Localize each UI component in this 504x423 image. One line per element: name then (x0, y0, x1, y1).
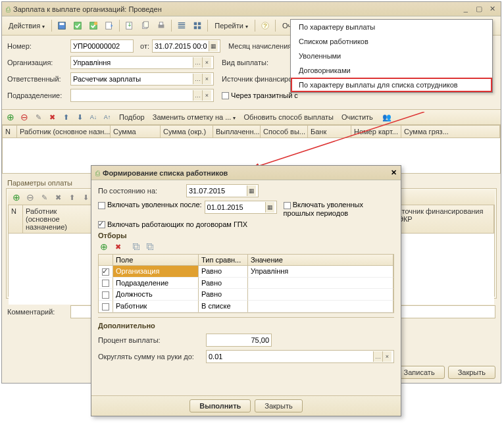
col-employee[interactable]: Работник (основное назначение) (23, 205, 95, 233)
col-gross[interactable]: Сумма гряз... (401, 126, 500, 137)
select-icon[interactable]: … (193, 57, 202, 68)
col-card[interactable]: Номер карт... (351, 126, 401, 137)
close-button[interactable]: Закрыть (255, 399, 302, 412)
filter-grid[interactable]: Поле Тип сравн... Значение Организация Р… (98, 254, 394, 312)
calendar-icon[interactable]: ▦ (265, 202, 274, 212)
remove-icon[interactable]: ✖ (112, 241, 124, 253)
print-icon[interactable] (154, 18, 168, 33)
actions-menu[interactable]: Действия ▾ (5, 20, 49, 31)
subdiv-input[interactable]: …× (70, 89, 214, 102)
copy2-icon[interactable]: ⿻ (144, 241, 156, 253)
number-input[interactable]: УПР00000002 (70, 39, 134, 53)
goto-menu[interactable]: Перейти ▾ (211, 20, 252, 31)
post-icon[interactable] (70, 18, 85, 33)
col-value[interactable]: Значение (248, 255, 393, 266)
menu-by-list[interactable]: Списком работников (291, 34, 492, 49)
pin-icon[interactable]: ⎙ (6, 5, 11, 13)
include-fired-check[interactable]: Включать уволенных после: (98, 201, 202, 209)
menu-fired[interactable]: Уволенными (291, 49, 492, 63)
round-input[interactable]: 0.01…× (206, 350, 394, 363)
grid-icon[interactable] (190, 18, 205, 33)
transit-check[interactable]: Через транзитный с (222, 91, 298, 100)
update-link[interactable]: Обновить способ выплаты (243, 113, 333, 121)
from-icon[interactable] (122, 18, 137, 33)
asof-input[interactable]: 31.07.2015▦ (186, 184, 259, 197)
del-icon[interactable]: ⊖ (18, 111, 30, 123)
edit-icon[interactable]: ✎ (32, 111, 44, 123)
save-button[interactable]: Записать (394, 366, 445, 379)
del-icon[interactable]: ⊖ (24, 191, 36, 203)
add-icon[interactable]: ⊕ (11, 191, 22, 203)
col-sum[interactable]: Сумма (111, 126, 161, 137)
svg-rect-2 (74, 22, 82, 30)
pin-icon[interactable]: ⎙ (95, 169, 100, 177)
clear-icon[interactable]: × (202, 90, 211, 101)
clear-icon[interactable]: × (202, 74, 211, 84)
close-button[interactable]: Закрыть (448, 366, 495, 379)
col-paid[interactable]: Выплаченн... (213, 126, 261, 137)
menu-contractors[interactable]: Договорниками (291, 63, 492, 78)
users-icon[interactable]: 👥 (381, 111, 393, 123)
minimize-icon[interactable]: _ (461, 5, 470, 12)
col-field[interactable]: Поле (113, 255, 199, 266)
remove-icon[interactable]: ✖ (46, 111, 58, 123)
close-icon[interactable]: ✕ (391, 168, 397, 177)
sort-az-icon[interactable]: A↓ (88, 111, 99, 123)
calendar-icon[interactable]: ▦ (209, 41, 218, 51)
select-icon[interactable]: … (193, 90, 202, 101)
col-employee[interactable]: Работник (основное назн... (17, 126, 111, 137)
resp-input[interactable]: Расчетчик зарплаты…× (70, 72, 214, 86)
run-button[interactable]: Выполнить (189, 399, 251, 412)
repost-icon[interactable] (86, 18, 101, 33)
svg-rect-10 (160, 22, 163, 25)
sort-za-icon[interactable]: A↑ (101, 111, 113, 123)
menu-by-paytype-list[interactable]: По характеру выплаты для списка сотрудни… (291, 78, 492, 92)
edit-icon[interactable]: ✎ (38, 191, 50, 203)
col-source[interactable]: сточник финансирования ЭКР (395, 205, 494, 233)
copy-icon[interactable] (138, 18, 153, 33)
help-icon[interactable]: ? (258, 18, 272, 33)
dropdown-icon[interactable] (102, 18, 116, 33)
menu-by-paytype[interactable]: По характеру выплаты (291, 20, 492, 34)
col-sum-round[interactable]: Сумма (окр.) (161, 126, 213, 137)
org-input[interactable]: Управління…× (70, 56, 214, 69)
fired-date-input[interactable]: 01.01.2015▦ (205, 201, 277, 214)
filter-row[interactable]: Подразделение Равно (99, 278, 393, 289)
clear-link[interactable]: Очистить (341, 113, 373, 121)
add-icon[interactable]: ⊕ (5, 111, 16, 123)
percent-input[interactable]: 75,00 (206, 334, 272, 347)
grid-toolbar: ⊕ ⊖ ✎ ✖ ⬆ ⬇ A↓ A↑ Подбор Заменить отметк… (2, 109, 501, 125)
remove-icon[interactable]: ✖ (52, 191, 64, 203)
close-icon[interactable]: ✕ (488, 5, 497, 13)
add-icon[interactable]: ⊕ (98, 241, 110, 253)
list-icon[interactable] (174, 18, 189, 33)
filters-title: Отборы (98, 232, 394, 239)
down-icon[interactable]: ⬇ (74, 111, 86, 123)
up-icon[interactable]: ⬆ (66, 191, 78, 203)
col-method[interactable]: Способ вы... (261, 126, 308, 137)
include-gph-check[interactable]: Включать работающих по договорам ГПХ (98, 220, 247, 229)
maximize-icon[interactable]: ▢ (474, 5, 484, 13)
calendar-icon[interactable]: ▦ (247, 186, 256, 196)
select-icon[interactable]: … (373, 351, 382, 362)
select-icon[interactable]: … (193, 74, 202, 84)
col-bank[interactable]: Банк (308, 126, 351, 137)
down-icon[interactable]: ⬇ (80, 191, 91, 203)
filter-row[interactable]: Должность Равно (99, 289, 393, 301)
filter-row[interactable]: Работник В списке (99, 301, 393, 312)
col-check[interactable] (99, 255, 113, 266)
date-input[interactable]: 31.07.2015 00:0▦ (152, 39, 220, 53)
save-icon[interactable] (55, 18, 69, 33)
filter-row[interactable]: Организация Равно Управління (99, 266, 393, 278)
select-link[interactable]: Подбор (119, 113, 145, 121)
col-n[interactable]: N (3, 126, 17, 137)
up-icon[interactable]: ⬆ (60, 111, 72, 123)
copy-icon[interactable]: ⿻ (130, 241, 142, 253)
replace-link[interactable]: Заменить отметку на ... ▾ (153, 113, 236, 121)
col-n[interactable]: N (9, 205, 23, 233)
clear-icon[interactable]: × (202, 57, 211, 68)
svg-rect-13 (194, 26, 197, 29)
col-cmp[interactable]: Тип сравн... (199, 255, 248, 266)
include-fired-prev-check[interactable]: Включать уволенных прошлых периодов (284, 201, 369, 217)
clear-icon[interactable]: × (382, 351, 391, 362)
